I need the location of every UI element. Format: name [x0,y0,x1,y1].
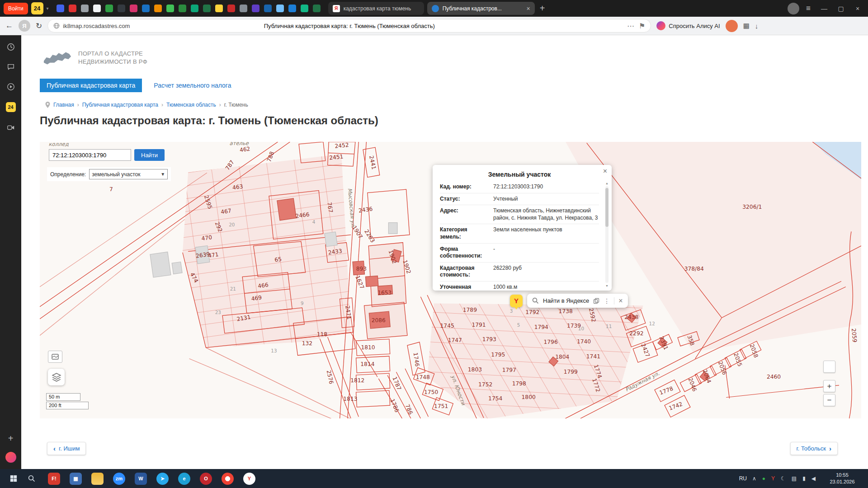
app-opera[interactable]: O [200,473,212,485]
cadastral-number-input[interactable] [49,149,131,161]
window-maximize-icon[interactable]: ▢ [834,5,848,12]
tray-battery-icon[interactable]: ▮ [802,475,806,482]
bookmark-flag-icon[interactable]: ⚑ [639,22,645,30]
new-tab-button[interactable]: + [540,3,545,14]
app-edge[interactable]: e [178,473,190,485]
more-options-icon[interactable]: ⋯ [627,22,634,30]
layers-button[interactable] [48,369,65,385]
breadcrumb-item[interactable]: Главная [53,102,74,108]
fullscreen-button[interactable] [823,361,835,373]
scrollbar-track[interactable] [605,186,609,283]
site-favicon[interactable] [154,5,162,12]
site-favicon[interactable] [179,5,186,12]
site-favicon[interactable] [166,5,174,12]
tray-chevron-icon[interactable]: ∧ [752,475,756,482]
alice-sidebar-icon[interactable] [5,452,16,463]
tab-public-cadastral-map[interactable]: Публичная кадастровая карта [40,79,142,92]
chevron-down-icon[interactable]: ▾ [47,6,49,11]
yandex24-badge[interactable]: 24 [31,2,43,14]
browser-profile-avatar[interactable] [788,3,799,14]
browser-tab-active[interactable]: Публичная кадастров... × [427,2,535,15]
scrollbar-thumb[interactable] [605,188,609,227]
scroll-up-icon[interactable]: ▲ [604,182,609,185]
tray-antivirus-icon[interactable]: ● [762,475,765,482]
browser-tab-inactive[interactable]: Я кадастровая карта тюмень [328,2,424,15]
next-city-button[interactable]: г. Тобольск › [790,442,838,455]
definition-select[interactable]: земельный участок ▼ [89,169,168,179]
tab-land-tax-calc[interactable]: Расчет земельного налога [154,82,231,89]
app-telegram[interactable]: ➤ [156,473,169,485]
breadcrumb-item[interactable]: Тюменская область [166,102,216,108]
address-bar[interactable]: ik8map.roscadastres.com Публичная кадаст… [47,19,651,33]
site-favicon[interactable] [93,5,101,12]
tray-moon-icon[interactable]: ☾ [781,475,786,482]
site-favicon[interactable] [276,5,284,12]
breadcrumb-item[interactable]: г. Тюмень [224,102,248,108]
app-yandex[interactable]: Y [243,473,255,485]
app-f1[interactable]: F! [48,473,60,485]
site-favicon[interactable] [301,5,308,12]
breadcrumb-item[interactable]: Публичная кадастровая карта [82,102,158,108]
sidebar-24-badge[interactable]: 24 [6,102,16,112]
site-favicon[interactable] [240,5,247,12]
app-calculator[interactable]: ▦ [70,473,82,485]
sidebar-add-icon[interactable]: + [8,433,14,444]
search-icon[interactable] [532,297,539,304]
language-indicator[interactable]: RU [739,475,747,482]
site-favicon[interactable] [130,5,137,12]
window-close-icon[interactable]: × [851,5,864,12]
site-favicon[interactable] [227,5,235,12]
site-favicon[interactable] [264,5,272,12]
app-zoom[interactable]: zm [113,473,125,485]
app-word[interactable]: W [135,473,147,485]
overview-map-button[interactable] [48,351,62,363]
site-favicon[interactable] [118,5,125,12]
taskbar-search-icon[interactable] [23,475,41,482]
yandex-pin-icon[interactable]: Y [510,295,523,307]
site-favicon[interactable] [203,5,211,12]
browser-login-button[interactable]: Войти [4,3,28,14]
zoom-out-button[interactable]: − [823,394,835,406]
site-favicon[interactable] [215,5,223,12]
video-play-icon[interactable] [6,82,15,91]
chat-icon[interactable] [6,62,15,71]
yandex-search-label[interactable]: Найти в Яндексе [543,297,589,304]
site-favicon[interactable] [105,5,113,12]
camera-icon[interactable] [6,123,15,132]
start-button[interactable] [5,475,23,482]
reload-icon[interactable]: ↻ [36,21,42,31]
copy-icon[interactable] [593,298,599,304]
user-avatar[interactable] [726,20,738,32]
tab-close-icon[interactable]: × [526,5,530,12]
app-chrome[interactable] [222,473,234,485]
taskbar-clock[interactable]: 10:55 23.01.2026 [826,472,859,485]
popup-close-icon[interactable]: × [603,168,607,175]
tray-yandex-icon[interactable]: Y [771,475,775,482]
ask-alice-button[interactable]: Спросить Алису AI [656,21,720,30]
collections-icon[interactable]: ▦ [743,22,750,30]
site-favicon[interactable] [81,5,89,12]
scroll-down-icon[interactable]: ▼ [604,284,609,287]
window-minimize-icon[interactable]: — [817,5,831,12]
history-icon[interactable] [6,42,15,52]
back-icon[interactable]: ← [5,21,13,30]
tray-volume-icon[interactable]: ◀ [811,475,816,482]
site-favicon[interactable] [252,5,259,12]
find-button[interactable]: Найти [134,149,165,161]
cadastral-map[interactable]: колледателье4622452245124417877887463259… [40,142,861,418]
zoom-in-button[interactable]: + [823,380,835,392]
prev-city-button[interactable]: ‹ г. Ишим [47,442,86,455]
site-favicon[interactable] [57,5,64,12]
close-icon[interactable]: × [618,297,623,305]
downloads-icon[interactable]: ↓ [755,22,759,30]
site-favicon[interactable] [191,5,198,12]
popup-scrollbar[interactable]: ▲ ▼ [604,183,609,286]
tray-keyboard-icon[interactable]: ▤ [792,475,797,482]
site-favicon[interactable] [142,5,150,12]
yandex-button[interactable]: Я [19,20,30,32]
site-favicon[interactable] [69,5,76,12]
kebab-menu-icon[interactable]: ⋮ [604,297,610,305]
site-favicon[interactable] [313,5,321,12]
site-favicon[interactable] [288,5,296,12]
app-explorer[interactable] [91,473,104,485]
